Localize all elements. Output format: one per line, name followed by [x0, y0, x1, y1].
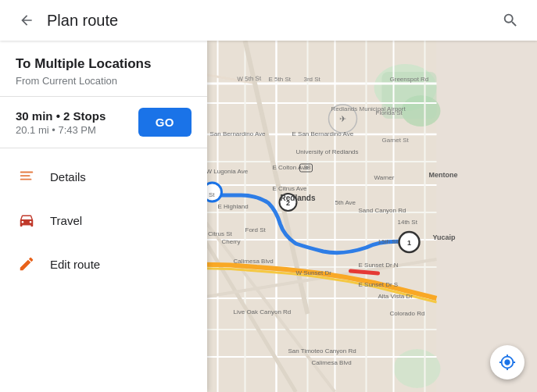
svg-text:W Sunset Dr: W Sunset Dr: [296, 269, 332, 276]
back-button[interactable]: [13, 6, 41, 34]
svg-text:Alta Vista Dr: Alta Vista Dr: [378, 293, 413, 300]
svg-text:San Timoteo Canyon Rd: San Timoteo Canyon Rd: [288, 347, 356, 355]
svg-text:E Highland: E Highland: [218, 203, 249, 210]
time-stops: 30 min • 2 Stops: [16, 109, 106, 123]
svg-text:14th St: 14th St: [398, 219, 418, 226]
details-label: Details: [50, 170, 86, 184]
svg-text:Calimesa Blvd: Calimesa Blvd: [312, 359, 352, 366]
svg-text:3rd St: 3rd St: [304, 76, 321, 83]
svg-text:San Bernardino Ave: San Bernardino Ave: [210, 130, 267, 137]
panel-actions: Details Travel Edit route: [0, 148, 207, 392]
page-title: Plan route: [47, 12, 496, 30]
svg-text:E Sunset Dr S: E Sunset Dr S: [359, 281, 399, 288]
travel-label: Travel: [50, 214, 82, 227]
svg-text:Sand Canyon Rd: Sand Canyon Rd: [359, 207, 406, 214]
svg-rect-82: [20, 172, 34, 173]
svg-text:Garnet St: Garnet St: [382, 137, 410, 144]
dist-arrival: 20.1 mi • 7:43 PM: [16, 124, 106, 136]
svg-point-4: [394, 349, 441, 388]
svg-text:W Lugonia Ave: W Lugonia Ave: [206, 168, 249, 175]
svg-text:15th St: 15th St: [378, 238, 399, 245]
svg-text:Greenspot Rd: Greenspot Rd: [390, 76, 429, 83]
svg-text:Ford St: Ford St: [245, 226, 267, 233]
svg-text:5th Ave: 5th Ave: [335, 199, 356, 206]
details-icon: [16, 166, 38, 187]
svg-text:1: 1: [407, 239, 411, 247]
svg-text:Colorado Rd: Colorado Rd: [390, 310, 425, 317]
svg-text:University of Redlands: University of Redlands: [296, 148, 359, 155]
svg-text:E Citrus Ave: E Citrus Ave: [273, 185, 307, 192]
svg-text:Cherry: Cherry: [222, 238, 241, 245]
location-icon: [499, 354, 516, 371]
side-panel: To Multiple Locations From Current Locat…: [0, 41, 207, 392]
travel-action[interactable]: Travel: [0, 198, 207, 242]
svg-text:Live Oak Canyon Rd: Live Oak Canyon Rd: [234, 308, 292, 315]
svg-rect-83: [20, 175, 30, 176]
svg-text:Warner: Warner: [374, 174, 395, 181]
time-distance: 30 min • 2 Stops 20.1 mi • 7:43 PM: [16, 109, 106, 136]
svg-text:Mentone: Mentone: [429, 171, 458, 179]
svg-text:Redlands Municipal Airport: Redlands Municipal Airport: [331, 105, 406, 112]
svg-text:E 5th St: E 5th St: [269, 76, 292, 83]
back-icon: [19, 12, 34, 28]
svg-text:E Colton Ave: E Colton Ave: [273, 164, 310, 171]
svg-text:E San Bernardino Ave: E San Bernardino Ave: [292, 130, 354, 137]
my-location-button[interactable]: [490, 345, 524, 380]
svg-text:E Sunset Dr N: E Sunset Dr N: [359, 262, 399, 269]
travel-icon: [16, 209, 38, 231]
svg-text:Calimesa Blvd: Calimesa Blvd: [234, 258, 274, 265]
svg-text:✈: ✈: [339, 114, 346, 123]
edit-route-label: Edit route: [50, 258, 100, 271]
panel-header: To Multiple Locations From Current Locat…: [0, 41, 207, 97]
details-action[interactable]: Details: [0, 155, 207, 198]
svg-text:Redlands: Redlands: [281, 194, 316, 202]
destination-title: To Multiple Locations: [16, 56, 192, 72]
svg-line-40: [351, 271, 378, 273]
svg-text:Yucaip: Yucaip: [433, 233, 456, 241]
svg-text:W 5th St: W 5th St: [237, 75, 262, 83]
header: Plan route: [0, 0, 537, 41]
search-icon: [502, 12, 519, 29]
from-location: From Current Location: [16, 75, 192, 87]
edit-route-action[interactable]: Edit route: [0, 242, 207, 286]
search-button[interactable]: [496, 6, 524, 34]
go-button[interactable]: GO: [138, 108, 192, 137]
svg-rect-84: [20, 179, 32, 180]
route-info: 30 min • 2 Stops 20.1 mi • 7:43 PM GO: [0, 97, 207, 148]
edit-route-icon: [16, 253, 38, 275]
